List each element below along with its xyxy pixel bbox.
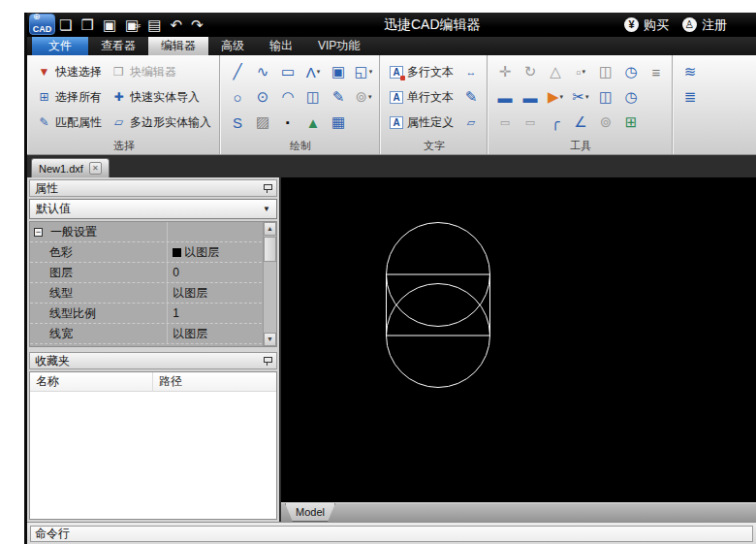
- point-list-icon[interactable]: ≣: [678, 84, 702, 110]
- copy-stack-icon[interactable]: ◫: [594, 59, 617, 84]
- revision-cloud-icon[interactable]: ≋: [678, 59, 702, 84]
- align-icon[interactable]: ≡: [645, 59, 668, 84]
- property-value[interactable]: 以图层: [168, 326, 276, 342]
- menu-item-高级[interactable]: 高级: [208, 37, 257, 55]
- undo-icon[interactable]: ↶: [170, 17, 182, 32]
- preset-value: 默认值: [36, 201, 71, 217]
- fillet-icon[interactable]: ╭: [544, 110, 567, 135]
- history-redo-icon[interactable]: ◷: [619, 59, 643, 84]
- scroll-down-button[interactable]: ▼: [264, 333, 276, 346]
- menu-item-file[interactable]: 文件: [32, 37, 88, 55]
- pin-icon[interactable]: [263, 356, 271, 366]
- layout-tab-strip: Model: [281, 502, 756, 522]
- spline-icon[interactable]: S: [226, 110, 249, 135]
- vertical-scrollbar[interactable]: ▲▼: [263, 222, 276, 346]
- chevron-down-icon[interactable]: ▾: [585, 93, 589, 101]
- text-style-edit-icon[interactable]: ✎: [459, 84, 483, 110]
- chevron-down-icon[interactable]: ▾: [368, 93, 372, 101]
- scroll-thumb[interactable]: [264, 237, 276, 262]
- polygon-entity-input-button[interactable]: ▱多边形实体输入: [108, 110, 215, 135]
- sketch-icon[interactable]: ∿: [251, 59, 274, 84]
- property-row[interactable]: 线型以图层: [30, 283, 276, 304]
- hatch-icon[interactable]: ▨: [251, 110, 274, 135]
- menu-item-查看器[interactable]: 查看器: [88, 37, 148, 55]
- arc-icon[interactable]: ◠: [276, 84, 299, 110]
- save-pdf-icon[interactable]: ▣PDF: [125, 17, 139, 32]
- pin-icon[interactable]: [263, 183, 271, 193]
- dimension-text-icon[interactable]: ↔: [459, 59, 483, 84]
- drawing-canvas[interactable]: [281, 177, 756, 502]
- rectangle-icon[interactable]: ▭: [276, 59, 299, 84]
- print-icon[interactable]: ▤: [147, 17, 161, 32]
- open-folder-icon[interactable]: ❒: [80, 17, 93, 32]
- menu-item-编辑器[interactable]: 编辑器: [148, 37, 208, 55]
- collapse-icon[interactable]: −: [34, 228, 43, 237]
- table-icon[interactable]: ▦: [327, 110, 350, 135]
- property-group-row[interactable]: −一般设置: [30, 222, 276, 242]
- document-tab[interactable]: New1.dxf ✕: [31, 158, 110, 177]
- polyline-icon[interactable]: Λ▾: [301, 59, 325, 84]
- menu-item-输出[interactable]: 输出: [257, 37, 305, 55]
- paste-panel-2-icon[interactable]: ▬: [519, 84, 542, 110]
- chevron-down-icon[interactable]: ▾: [317, 68, 321, 76]
- preset-dropdown[interactable]: 默认值 ▼: [29, 199, 277, 219]
- command-line-input[interactable]: 命令行: [30, 526, 753, 542]
- circle-icon[interactable]: ○: [226, 84, 249, 110]
- chevron-down-icon[interactable]: ▾: [582, 68, 585, 76]
- history-icon[interactable]: ◷: [619, 84, 643, 110]
- edit-text-icon[interactable]: ▱: [459, 110, 483, 135]
- image-icon[interactable]: ▲: [301, 110, 325, 135]
- application-window: ⊕ CAD ❏❒▣▣PDF▤↶↷ 迅捷CAD编辑器 ¥ 购买 ♙ 注册 文件查看…: [24, 13, 756, 544]
- block-copy-icon[interactable]: ◫: [301, 84, 325, 110]
- region-icon[interactable]: ◱▾: [352, 59, 375, 84]
- register-label: 注册: [702, 16, 727, 34]
- register-button[interactable]: ♙ 注册: [682, 16, 727, 34]
- save-icon[interactable]: ▣: [103, 17, 116, 32]
- match-properties-button[interactable]: ✎匹配属性: [33, 110, 106, 135]
- chamfer-icon[interactable]: ∠: [569, 110, 592, 135]
- ellipse-icon[interactable]: ⊙: [251, 84, 274, 110]
- multiline-text-button[interactable]: A多行文本: [386, 59, 457, 84]
- database-add-icon[interactable]: ⊞: [619, 110, 643, 135]
- favorites-column-path[interactable]: 路径: [153, 372, 182, 391]
- quick-access-toolbar: ❏❒▣▣PDF▤↶↷: [59, 13, 204, 37]
- scroll-up-button[interactable]: ▲: [264, 222, 276, 236]
- pencil-icon[interactable]: ✎: [327, 84, 350, 110]
- favorites-column-name[interactable]: 名称: [30, 372, 153, 391]
- attribute-define-button[interactable]: A属性定义: [386, 110, 457, 135]
- new-file-icon[interactable]: ❏: [59, 17, 72, 32]
- property-row[interactable]: 线型比例1: [30, 304, 276, 324]
- ribbon-column: ◷◷⊞: [619, 59, 643, 139]
- quick-select-button[interactable]: ▼快速选择: [33, 59, 106, 84]
- ribbon-group-选择: ▼快速选择⊞选择所有✎匹配属性❒块编辑器✚快速实体导入▱多边形实体输入选择: [27, 55, 220, 154]
- block-insert-icon[interactable]: ▣: [327, 59, 350, 84]
- property-value[interactable]: 0: [168, 266, 276, 279]
- property-value[interactable]: 以图层: [168, 285, 276, 302]
- cad-logo[interactable]: ⊕ CAD: [29, 14, 55, 35]
- redo-icon[interactable]: ↷: [191, 17, 204, 32]
- close-icon[interactable]: ✕: [89, 162, 102, 175]
- model-tab[interactable]: Model: [285, 503, 335, 522]
- property-value[interactable]: 以图层: [168, 244, 276, 261]
- point-icon[interactable]: ▪: [276, 110, 299, 135]
- chevron-down-icon[interactable]: ▾: [560, 93, 564, 101]
- property-row[interactable]: 色彩以图层: [30, 242, 276, 263]
- ribbon-group-文字: A多行文本A单行文本A属性定义↔✎▱文字: [380, 55, 488, 154]
- buy-button[interactable]: ¥ 购买: [624, 16, 669, 34]
- singleline-text-button[interactable]: A单行文本: [386, 84, 457, 110]
- property-row[interactable]: 线宽以图层: [30, 324, 276, 344]
- property-row[interactable]: 图层0: [30, 263, 276, 283]
- property-label: 图层: [30, 263, 168, 282]
- ribbon-column: △▶▾╭: [544, 59, 567, 139]
- chevron-down-icon[interactable]: ▾: [369, 68, 373, 76]
- paste-panel-1-icon[interactable]: ▬: [493, 84, 517, 110]
- quick-entity-import-button[interactable]: ✚快速实体导入: [108, 84, 215, 110]
- copy-stack-2-icon[interactable]: ◫: [594, 84, 617, 110]
- line-icon[interactable]: ╱: [226, 59, 249, 84]
- select-all-button[interactable]: ⊞选择所有: [33, 84, 106, 110]
- magic-trim-icon[interactable]: ✂▾: [569, 84, 592, 110]
- pick-cursor-icon[interactable]: ▶▾: [544, 84, 567, 110]
- menu-item-VIP功能[interactable]: VIP功能: [305, 37, 372, 55]
- property-value[interactable]: 1: [168, 306, 276, 320]
- move-icon: ✛: [493, 59, 517, 84]
